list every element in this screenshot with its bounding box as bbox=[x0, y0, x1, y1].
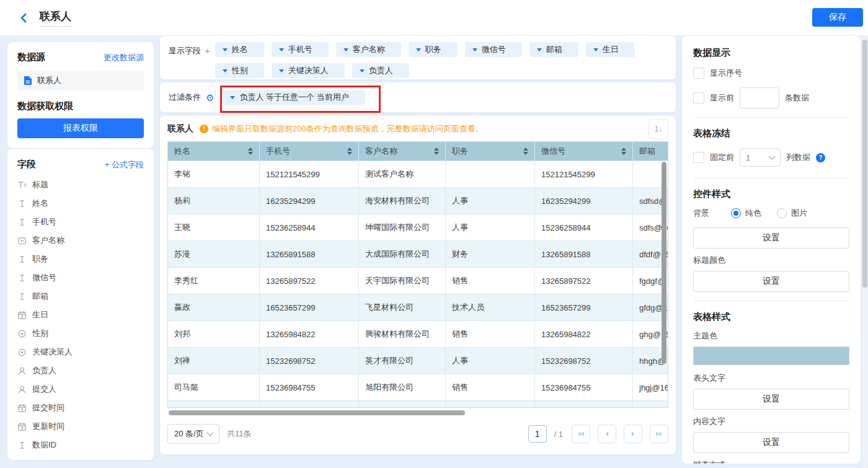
field-list: 标题姓名手机号客户名称职务微信号邮箱生日性别关键决策人负责人提交人提交时间更新时… bbox=[7, 175, 154, 454]
field-item[interactable]: 姓名 bbox=[7, 194, 154, 213]
field-item[interactable]: 关键决策人 bbox=[7, 343, 154, 361]
field-item[interactable]: 数据ID bbox=[7, 436, 154, 454]
widget-style-title: 控件样式 bbox=[693, 188, 849, 200]
field-item-label: 姓名 bbox=[32, 198, 48, 209]
solid-color-label: 纯色 bbox=[745, 208, 761, 219]
show-index-checkbox[interactable] bbox=[693, 68, 704, 79]
change-datasource-link[interactable]: 更改数据源 bbox=[104, 52, 144, 63]
add-formula-field-link[interactable]: + 公式字段 bbox=[105, 159, 144, 170]
display-field-chip[interactable]: 微信号 bbox=[465, 42, 522, 57]
column-header[interactable]: 邮箱 bbox=[633, 142, 668, 161]
field-item[interactable]: 生日 bbox=[7, 306, 154, 324]
back-button[interactable] bbox=[19, 12, 29, 24]
horizontal-scrollbar-track bbox=[167, 409, 668, 417]
field-item-label: 生日 bbox=[32, 309, 48, 320]
field-item[interactable]: 微信号 bbox=[7, 268, 154, 287]
column-header-label: 客户名称 bbox=[365, 146, 397, 157]
background-set-button[interactable]: 设置 bbox=[693, 227, 849, 249]
horizontal-scrollbar[interactable] bbox=[169, 410, 465, 415]
content-text-set-button[interactable]: 设置 bbox=[693, 432, 849, 453]
text-icon bbox=[17, 199, 27, 208]
column-header[interactable]: 客户名称 bbox=[359, 142, 446, 161]
field-item-label: 提交时间 bbox=[32, 402, 64, 413]
page-scrollbar[interactable] bbox=[862, 40, 867, 288]
table-body: 李铭152121545299测试客户名称152121545299杨莉162352… bbox=[168, 161, 668, 408]
table-cell: 13265891588 bbox=[535, 241, 633, 267]
display-field-chip[interactable]: 生日 bbox=[586, 42, 635, 57]
column-header[interactable]: 微信号 bbox=[535, 142, 633, 161]
add-display-field-button[interactable]: + bbox=[205, 45, 210, 73]
display-field-chip[interactable]: 职务 bbox=[409, 42, 458, 57]
gear-icon[interactable]: ⚙ bbox=[206, 93, 214, 102]
first-page-button[interactable] bbox=[572, 425, 590, 443]
date-icon bbox=[17, 311, 27, 320]
field-item[interactable]: 客户名称 bbox=[7, 231, 154, 250]
table-cell: 旭阳有限公司 bbox=[359, 374, 446, 400]
next-page-button[interactable] bbox=[624, 425, 642, 443]
theme-color-label: 主题色 bbox=[693, 330, 849, 342]
display-field-chip[interactable]: 负责人 bbox=[352, 63, 409, 78]
field-item[interactable]: 提交人 bbox=[7, 380, 154, 399]
freeze-checkbox[interactable] bbox=[693, 152, 704, 163]
filter-condition-text: 负责人 等于任意一个 当前用户 bbox=[239, 92, 348, 103]
field-item-label: 手机号 bbox=[32, 216, 56, 227]
field-item-label: 标题 bbox=[32, 179, 48, 190]
divider bbox=[693, 178, 849, 179]
column-header[interactable]: 姓名 bbox=[168, 142, 260, 161]
display-field-chip[interactable]: 关键决策人 bbox=[272, 63, 345, 78]
field-item[interactable]: 性别 bbox=[7, 324, 154, 343]
content-text-label: 内容文字 bbox=[693, 416, 849, 427]
last-page-button[interactable] bbox=[650, 425, 668, 443]
divider bbox=[693, 301, 849, 301]
header-text-set-button[interactable]: 设置 bbox=[693, 389, 849, 410]
show-first-checkbox[interactable] bbox=[693, 92, 704, 104]
report-permission-button[interactable]: 报表权限 bbox=[17, 118, 144, 138]
table-title: 联系人 bbox=[167, 123, 193, 135]
table-style-title: 表格样式 bbox=[693, 311, 849, 323]
page-number-input[interactable] bbox=[528, 425, 547, 443]
chevron-down-icon bbox=[472, 48, 477, 51]
field-item[interactable]: 负责人 bbox=[7, 361, 154, 380]
field-item[interactable]: 邮箱 bbox=[7, 287, 154, 306]
table-cell: 测试客户名称 bbox=[359, 161, 446, 187]
display-field-chip[interactable]: 性别 bbox=[215, 63, 264, 78]
field-item[interactable]: 职务 bbox=[7, 250, 154, 268]
column-header[interactable]: 职务 bbox=[446, 142, 535, 161]
column-header[interactable]: 手机号 bbox=[260, 142, 359, 161]
title-color-set-button[interactable]: 设置 bbox=[693, 271, 849, 292]
show-first-count-input[interactable] bbox=[740, 87, 779, 108]
theme-color-swatch[interactable] bbox=[693, 347, 849, 365]
filter-condition-chip[interactable]: 负责人 等于任意一个 当前用户 bbox=[223, 90, 365, 105]
settings-panel: 数据显示 显示序号 显示前 条数据 表格冻结 固定前 1 列数据 ? 控件样式 … bbox=[682, 36, 861, 464]
chevron-down-icon bbox=[223, 48, 228, 51]
page-size-select[interactable]: 20 条/页 bbox=[167, 424, 219, 444]
datasource-item[interactable]: 联系人 bbox=[17, 71, 144, 91]
field-item[interactable]: 提交时间 bbox=[7, 399, 154, 417]
freeze-title: 表格冻结 bbox=[693, 128, 849, 139]
display-field-chip[interactable]: 手机号 bbox=[272, 42, 329, 57]
field-item[interactable]: 标题 bbox=[7, 175, 154, 194]
vertical-scrollbar[interactable] bbox=[662, 162, 666, 364]
display-field-chip[interactable]: 邮箱 bbox=[529, 42, 578, 57]
help-icon[interactable]: ? bbox=[816, 153, 825, 162]
display-field-chip[interactable]: 姓名 bbox=[215, 42, 264, 57]
prev-page-button[interactable] bbox=[598, 425, 616, 443]
solid-color-radio[interactable] bbox=[731, 208, 741, 218]
image-radio[interactable] bbox=[777, 208, 787, 218]
table-cell: jhgj@16 bbox=[633, 374, 668, 400]
freeze-count-select[interactable]: 1 bbox=[740, 148, 781, 167]
table-card: 联系人 ! 编辑界面只取数据源前200条作为查询数据预览，完整数据请访问页面查看… bbox=[160, 116, 676, 454]
field-item-label: 关键决策人 bbox=[32, 347, 73, 358]
sort-order-icon[interactable]: 1↓ bbox=[649, 119, 668, 139]
field-item[interactable]: 手机号 bbox=[7, 213, 154, 231]
table-cell: 大成国际有限公司 bbox=[359, 241, 446, 267]
datasource-title: 数据源 bbox=[17, 51, 45, 63]
save-button[interactable]: 保存 bbox=[812, 8, 863, 27]
data-table: 姓名手机号客户名称职务微信号邮箱 李铭152121545299测试客户名称152… bbox=[167, 141, 668, 408]
display-field-chip-label: 邮箱 bbox=[546, 44, 562, 55]
display-field-chips: 姓名手机号客户名称职务微信号邮箱生日性别关键决策人负责人 bbox=[215, 42, 667, 73]
table-cell: 坤曜国际有限公司 bbox=[359, 214, 446, 241]
display-field-chip[interactable]: 客户名称 bbox=[336, 42, 401, 57]
field-item[interactable]: 更新时间 bbox=[7, 417, 154, 436]
datasource-item-label: 联系人 bbox=[37, 75, 61, 86]
